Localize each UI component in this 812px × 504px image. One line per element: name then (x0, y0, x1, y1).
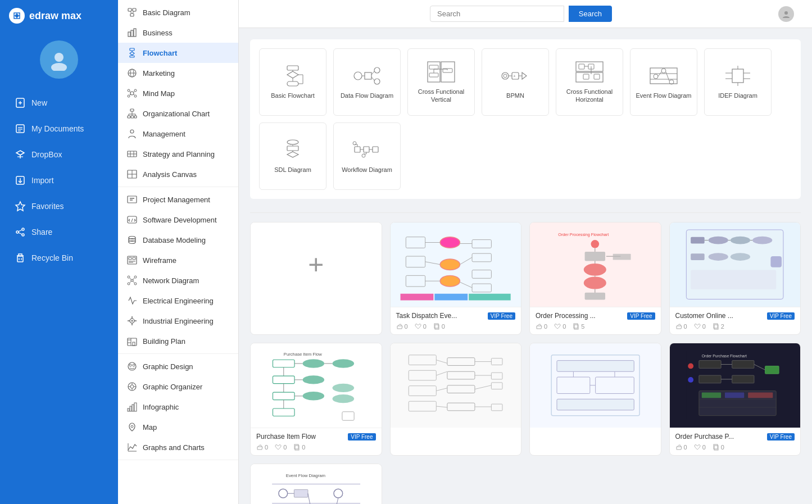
sidebar-item-mind-map[interactable]: Mind Map (118, 83, 238, 103)
nav-item-new[interactable]: New (3, 90, 115, 115)
svg-rect-289 (699, 361, 721, 369)
likes-icon5 (675, 444, 682, 451)
svg-rect-233 (771, 256, 782, 267)
likes-icon4 (256, 444, 263, 451)
sidebar-item-flowchart[interactable]: Flowchart (118, 43, 238, 63)
nav-item-dropbox[interactable]: DropBox (3, 142, 115, 167)
diagram-type-workflow[interactable]: Workflow Diagram (333, 122, 401, 190)
my-documents-icon (15, 123, 26, 134)
nav-label-share: Share (31, 228, 52, 237)
template-card-new[interactable]: + (250, 222, 382, 335)
svg-point-189 (440, 237, 460, 248)
diagram-type-label-basic-flowchart: Basic Flowchart (271, 92, 315, 99)
svg-rect-21 (17, 256, 23, 262)
graphic-design-icon (127, 361, 137, 371)
sidebar-item-marketing[interactable]: Marketing (118, 63, 238, 83)
sidebar-item-infographic[interactable]: Infographic (118, 397, 238, 417)
svg-rect-253 (273, 408, 294, 416)
svg-rect-187 (406, 256, 425, 267)
diagram-type-cross-functional-horizontal[interactable]: Cross Functional Horizontal (556, 48, 623, 116)
svg-rect-218 (613, 254, 631, 260)
pi-likes: 0 (256, 444, 268, 451)
svg-rect-222 (691, 237, 705, 244)
nav-item-my-documents[interactable]: My Documents (3, 116, 115, 141)
sidebar-item-software-dev[interactable]: Software Development (118, 210, 238, 230)
op-copies: 5 (573, 323, 584, 330)
event-flow-template-svg: Event Flow Diagram (257, 470, 375, 504)
new-template-plus: + (308, 251, 324, 278)
svg-rect-175 (355, 147, 360, 152)
template-card-event-flow-template[interactable]: Event Flow Diagram (250, 464, 382, 504)
svg-rect-49 (130, 109, 134, 111)
svg-point-227 (709, 253, 728, 261)
nav-item-import[interactable]: Import (3, 168, 115, 193)
diagram-type-sdl[interactable]: SDL Diagram (259, 122, 326, 190)
heart-icon4 (275, 444, 282, 451)
topbar-user-avatar[interactable] (778, 6, 794, 22)
svg-point-116 (784, 11, 788, 15)
order-processing-info: Order Processing ... VIP Free 0 0 (530, 307, 661, 334)
sidebar-item-database-modeling[interactable]: Database Modeling (118, 230, 238, 250)
sidebar-item-graphic-organizer[interactable]: Graphic Organizer (118, 376, 238, 397)
sidebar-item-project-management[interactable]: Project Management (118, 189, 238, 210)
svg-rect-265 (447, 358, 475, 366)
task-dispatch-title-row: Task Dispatch Eve... VIP Free (396, 312, 516, 320)
template-card-customer-online[interactable]: Customer Online ... VIP Free 0 0 (669, 222, 801, 335)
diagram-type-bpmn[interactable]: + BPMN (482, 48, 549, 116)
sidebar-item-strategy-planning[interactable]: Strategy and Planning (118, 144, 238, 164)
sidebar-item-industrial-engineering[interactable]: Industrial Engineering (118, 311, 238, 331)
order-processing-title-row: Order Processing ... VIP Free (536, 312, 655, 320)
sidebar-item-network-diagram[interactable]: Network Diagram (118, 270, 238, 290)
sidebar-item-analysis-canvas[interactable]: Analysis Canvas (118, 164, 238, 184)
template-card-row2-1[interactable] (390, 343, 522, 456)
svg-rect-203 (434, 294, 468, 301)
template-card-order-processing[interactable]: Order Processing Flowchart (529, 222, 661, 335)
sidebar-item-organizational-chart[interactable]: Organizational Chart (118, 103, 238, 124)
template-card-purchase-item-flow[interactable]: Purchase Item Flow (250, 343, 382, 456)
search-button[interactable]: Search (569, 6, 612, 22)
order-processing-badge: VIP Free (627, 312, 655, 320)
search-input[interactable] (430, 6, 564, 22)
sidebar-item-graphs-charts[interactable]: Graphs and Charts (118, 437, 238, 457)
diagram-type-idef[interactable]: IDEF Diagram (704, 48, 772, 116)
diagram-type-data-flow[interactable]: Data Flow Diagram (333, 48, 401, 116)
diagram-type-cross-functional-vertical[interactable]: Cross Functional Vertical (407, 48, 475, 116)
sidebar-item-electrical-engineering[interactable]: Electrical Engineering (118, 290, 238, 311)
svg-point-309 (279, 489, 288, 498)
svg-rect-109 (128, 408, 129, 411)
sidebar-item-management[interactable]: Management (118, 124, 238, 144)
svg-rect-247 (273, 392, 294, 400)
diagram-type-event-flow[interactable]: Event Flow Diagram (630, 48, 697, 116)
diagram-type-label-data-flow: Data Flow Diagram (341, 92, 393, 99)
search-area: Search (430, 6, 612, 22)
graphic-organizer-icon (127, 382, 137, 392)
sidebar-item-building-plan[interactable]: Building Plan (118, 331, 238, 351)
sidebar-item-business[interactable]: Business (118, 22, 238, 43)
template-card-task-dispatch[interactable]: Task Dispatch Eve... VIP Free 0 0 (390, 222, 522, 335)
sidebar-item-wireframe[interactable]: Wireframe (118, 250, 238, 270)
svg-point-140 (502, 72, 509, 79)
left-sidebar: edraw max New My Documents (0, 0, 118, 504)
sidebar-item-map[interactable]: Map (118, 417, 238, 437)
svg-rect-276 (492, 404, 503, 411)
purchase-item-svg: Purchase Item Flow (257, 348, 375, 424)
row2-1-thumb (391, 343, 521, 428)
svg-point-113 (131, 425, 133, 428)
nav-item-favorites[interactable]: Favorites (3, 194, 115, 219)
nav-item-recycle-bin[interactable]: Recycle Bin (3, 246, 115, 270)
nav-item-share[interactable]: Share (3, 220, 115, 244)
svg-marker-33 (130, 52, 134, 55)
sidebar-item-basic-diagram[interactable]: Basic Diagram (118, 2, 238, 22)
marketing-icon (127, 68, 137, 78)
pi-copies: 0 (293, 444, 305, 451)
sidebar-item-graphic-design[interactable]: Graphic Design (118, 356, 238, 376)
svg-rect-260 (409, 401, 436, 411)
svg-rect-171 (287, 146, 298, 151)
template-card-row2-2[interactable] (529, 343, 661, 456)
diagram-type-basic-flowchart[interactable]: Basic Flowchart (259, 48, 326, 116)
svg-point-42 (134, 89, 137, 92)
template-card-order-purchase[interactable]: Order Purchase Flowchart (669, 343, 801, 456)
svg-rect-24 (128, 8, 131, 11)
order-purchase-info: Order Purchase P... VIP Free 0 0 (670, 428, 801, 455)
svg-point-127 (374, 67, 380, 73)
